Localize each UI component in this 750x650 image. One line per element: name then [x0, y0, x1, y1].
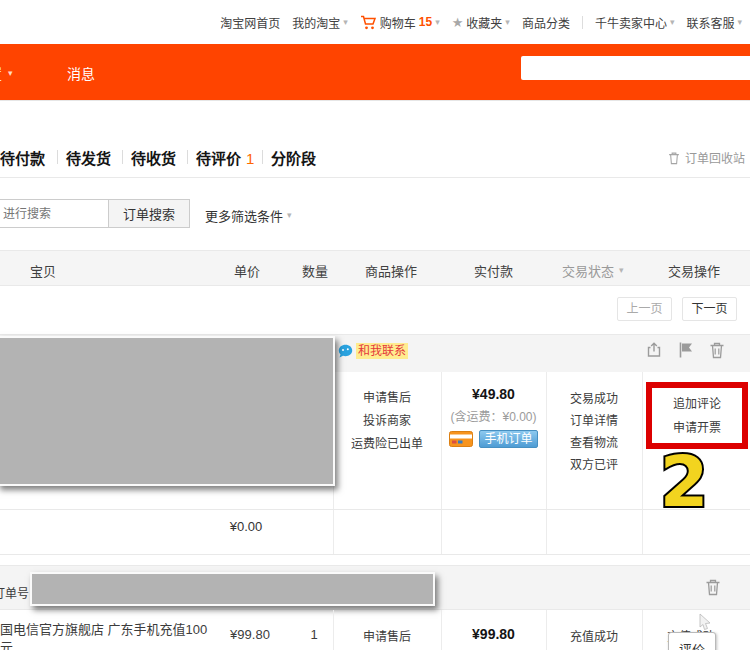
product-title-link[interactable]: 国电信官方旗舰店 广东手机充值100元 话费充值（秒）充值１倍 [0, 621, 215, 650]
caret-down-icon: ▾ [343, 18, 348, 27]
nav-label: 商品分类 [522, 14, 570, 31]
order-table-header: 宝贝 单价 数量 商品操作 实付款 交易状态▾ 交易操作 [0, 250, 750, 286]
nav-label: 购物车 [380, 14, 416, 31]
annotation-highlight-box: 追加评论 申请开票 [646, 382, 748, 449]
tab-label: 待评价 [196, 150, 241, 167]
trade-status-text: 交易成功 [546, 388, 642, 410]
contact-seller-label: 和我联系 [356, 343, 408, 359]
divider [0, 554, 750, 555]
caret-down-icon: ▾ [505, 18, 510, 27]
divider [0, 509, 750, 510]
tab-divider [262, 150, 263, 164]
messages-link[interactable]: 消息 [67, 63, 95, 83]
tab-divider [57, 150, 58, 164]
caret-down-icon: ▾ [8, 69, 13, 78]
nav-favorites[interactable]: ★收藏夹▾ [452, 14, 510, 31]
column-header-item-ops: 商品操作 [365, 261, 417, 280]
apply-aftersales-link[interactable]: 申请售后 [333, 627, 441, 644]
tab-pending-receipt[interactable]: 待收货 [131, 147, 176, 168]
nav-label: 联系客服 [686, 14, 734, 31]
more-filters-link[interactable]: 更多筛选条件▾ [205, 206, 292, 225]
paid-amount: ¥49.80 [441, 386, 546, 402]
column-header-paid: 实付款 [474, 261, 513, 280]
order-detail-link[interactable]: 订单详情 [546, 410, 642, 432]
contact-seller-link[interactable]: 和我联系 [338, 343, 408, 359]
settings-label: 置 [0, 63, 2, 83]
shipping-note: (含运费：¥0.00) [441, 407, 546, 424]
nav-customer-service[interactable]: 联系客服▾ [686, 14, 742, 31]
prev-page-button[interactable]: 上一页 [617, 297, 672, 321]
cursor-arrow-icon [698, 613, 712, 631]
nav-categories[interactable]: 商品分类 [522, 14, 570, 31]
app-header-bar: 置▾ 消息 [0, 44, 750, 101]
svg-text:2: 2 [660, 441, 709, 523]
order-search-input[interactable] [0, 199, 109, 228]
pending-review-count: 1 [246, 150, 254, 167]
tab-staged[interactable]: 分阶段 [271, 147, 316, 168]
product-title: 国电信官方旗舰店 广东手机充值100元 [0, 621, 215, 650]
sub-item-price: ¥0.00 [211, 519, 281, 534]
order-search-button[interactable]: 订单搜索 [108, 199, 190, 228]
order-number-label: 订单号 [0, 584, 29, 601]
tab-divider [187, 150, 188, 164]
append-review-link[interactable]: 追加评论 [652, 392, 742, 416]
caret-down-icon: ▾ [435, 18, 440, 27]
request-invoice-link[interactable]: 申请开票 [652, 416, 742, 440]
annotation-number: 2 [644, 442, 726, 516]
nav-divider [582, 16, 583, 29]
mobile-order-badge[interactable]: 手机订单 [479, 430, 537, 448]
star-icon: ★ [452, 16, 464, 29]
nav-my-taobao[interactable]: 我的淘宝▾ [292, 14, 348, 31]
column-header-item: 宝贝 [30, 261, 56, 280]
unit-price: ¥99.80 [210, 627, 290, 642]
status-filter-label: 交易状态 [562, 261, 614, 280]
evaluate-popup-button[interactable]: 评价 [668, 632, 716, 650]
nav-label: 收藏夹 [466, 14, 502, 31]
settings-menu[interactable]: 置▾ [0, 63, 13, 83]
paid-amount-cell: ¥49.80 (含运费：¥0.00) 手机订单 [441, 386, 546, 448]
apply-aftersales-link[interactable]: 申请售后 [333, 387, 441, 410]
flag-icon[interactable] [678, 341, 694, 359]
view-logistics-link[interactable]: 查看物流 [546, 432, 642, 454]
next-page-button[interactable]: 下一页 [682, 297, 737, 321]
nav-label: 淘宝网首页 [220, 14, 280, 31]
nav-cart[interactable]: 购物车15▾ [360, 14, 440, 31]
column-header-status-filter[interactable]: 交易状态▾ [562, 261, 624, 280]
bank-card-icon [449, 431, 473, 447]
paid-amount: ¥99.80 [441, 626, 546, 642]
nav-seller-center[interactable]: 千牛卖家中心▾ [595, 14, 675, 31]
share-icon[interactable] [645, 341, 663, 359]
freight-insurance-link[interactable]: 运费险已出单 [333, 433, 441, 456]
redacted-region [0, 336, 335, 486]
redacted-region [30, 572, 435, 606]
column-header-trade-ops: 交易操作 [668, 261, 720, 280]
caret-down-icon: ▾ [287, 211, 292, 220]
trade-status-cell: 交易成功 订单详情 查看物流 双方已评 [546, 388, 642, 476]
quantity: 1 [294, 627, 334, 642]
wangwang-icon [338, 344, 353, 359]
nav-label: 千牛卖家中心 [595, 14, 667, 31]
caret-down-icon: ▾ [619, 266, 624, 275]
column-divider [642, 372, 643, 554]
complain-seller-link[interactable]: 投诉商家 [333, 410, 441, 433]
tab-pending-shipment[interactable]: 待发货 [66, 147, 111, 168]
trash-icon[interactable] [709, 341, 725, 359]
trash-icon[interactable] [705, 578, 721, 596]
order-recycle-station-link[interactable]: 订单回收站 [668, 149, 745, 166]
caret-down-icon: ▾ [670, 18, 675, 27]
nav-label: 我的淘宝 [292, 14, 340, 31]
order-header-actions [645, 341, 725, 359]
top-nav: 淘宝网首页 我的淘宝▾ 购物车15▾ ★收藏夹▾ 商品分类 千牛卖家中心▾ 联系… [0, 0, 750, 44]
item-ops-cell: 申请售后 投诉商家 运费险已出单 [333, 387, 441, 456]
taobao-order-page: 淘宝网首页 我的淘宝▾ 购物车15▾ ★收藏夹▾ 商品分类 千牛卖家中心▾ 联系… [0, 0, 750, 650]
tab-pending-review[interactable]: 待评价1 [196, 147, 254, 168]
trade-status-text: 充值成功 [546, 627, 642, 644]
tab-pending-payment[interactable]: 待付款 [0, 147, 45, 168]
cart-count: 15 [419, 15, 432, 29]
recycle-label: 订单回收站 [685, 149, 745, 166]
divider [0, 177, 750, 178]
both-reviewed-text: 双方已评 [546, 454, 642, 476]
header-search-input[interactable] [521, 56, 750, 80]
column-header-unit-price: 单价 [234, 261, 260, 280]
nav-taobao-home[interactable]: 淘宝网首页 [220, 14, 280, 31]
